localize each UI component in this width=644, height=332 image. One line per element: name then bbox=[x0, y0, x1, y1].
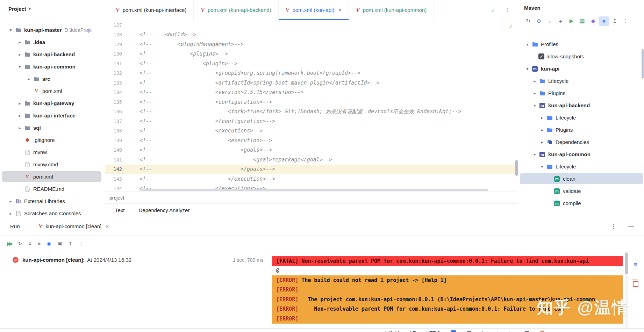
chevron-right-icon[interactable]: ▸ bbox=[538, 128, 546, 132]
tree-item-kun-api[interactable]: ▾mkun-api bbox=[519, 63, 644, 75]
chevron-down-icon[interactable]: ▾ bbox=[531, 152, 538, 157]
tree-item-.gitignore[interactable]: .gitignore bbox=[0, 134, 105, 146]
maven-scrollbar[interactable] bbox=[642, 49, 644, 79]
clear-console-icon[interactable] bbox=[633, 281, 638, 287]
add-maven-project-icon[interactable]: + bbox=[555, 16, 566, 26]
tree-item-compile[interactable]: mcompile bbox=[519, 197, 644, 209]
code-line[interactable]: 141<!-- <goal>repackage</goal>--> bbox=[105, 155, 518, 165]
editor-bottom-tab-text[interactable]: Text bbox=[115, 207, 125, 213]
code-line[interactable]: 128<!-- <build>--> bbox=[105, 30, 518, 40]
code-line[interactable]: 127 bbox=[105, 20, 518, 30]
tree-item-pom.xml[interactable]: Vpom.xml bbox=[0, 171, 105, 183]
close-tab-icon[interactable]: × bbox=[106, 223, 109, 229]
console-line[interactable]: [ERROR] The build could not read 1 proje… bbox=[272, 275, 623, 285]
code-line[interactable]: 129<!-- <pluginManagement>--> bbox=[105, 39, 518, 49]
dependency-analyzer-icon[interactable]: ◆ bbox=[588, 16, 599, 26]
tree-item-kun-api-common[interactable]: ▾mkun-api-common bbox=[519, 148, 644, 160]
resume-icon[interactable]: ▶▶ bbox=[7, 241, 12, 246]
git-branch[interactable]: kun-api-master bbox=[482, 330, 514, 332]
console-line[interactable]: @ bbox=[272, 266, 623, 276]
vertical-scrollbar[interactable] bbox=[515, 160, 518, 176]
tree-item-dependencies[interactable]: ▸Dependencies bbox=[519, 136, 644, 148]
chevron-right-icon[interactable]: ▸ bbox=[538, 115, 546, 120]
execute-maven-goal-icon[interactable]: ▦ bbox=[577, 16, 588, 26]
indicator-icon[interactable] bbox=[525, 331, 529, 332]
project-panel-title[interactable]: Project bbox=[8, 6, 26, 12]
tree-item-lifecycle[interactable]: ▸Lifecycle bbox=[519, 111, 644, 124]
tree-item-kun-api-backend[interactable]: ▾mkun-api-backend bbox=[519, 99, 644, 111]
more-icon[interactable]: ⋮ bbox=[505, 7, 510, 13]
editor-tab[interactable]: Vpom.xml (kun-api-backend) bbox=[194, 0, 278, 20]
rerun-icon[interactable]: ↻ bbox=[18, 241, 22, 246]
tree-item-plugins[interactable]: ▸Plugins bbox=[519, 124, 644, 136]
horizontal-scrollbar[interactable] bbox=[139, 189, 488, 191]
code-line[interactable]: 131<!-- <plugin>--> bbox=[105, 59, 518, 68]
tree-item-kun-api-backend[interactable]: ▸kun-api-backend bbox=[0, 48, 105, 60]
chevron-right-icon[interactable]: ▸ bbox=[7, 199, 14, 204]
toolbox-icon[interactable] bbox=[451, 330, 456, 332]
code-line[interactable]: 138<!-- <executions>--> bbox=[105, 126, 518, 136]
tree-item-clean[interactable]: mclean bbox=[519, 173, 644, 185]
code-line[interactable]: 140<!-- <goals>--> bbox=[105, 145, 518, 155]
tree-item-kun-api-gateway[interactable]: ▸kun-api-gateway bbox=[0, 97, 105, 109]
chevron-right-icon[interactable]: ▸ bbox=[16, 52, 23, 57]
code-editor[interactable]: 127128<!-- <build>-->129<!-- <pluginMana… bbox=[105, 20, 518, 192]
code-line[interactable]: 139<!-- <execution>--> bbox=[105, 136, 518, 145]
code-line[interactable]: 134<!-- <version>2.5.15</version>--> bbox=[105, 88, 518, 98]
tree-item-profiles[interactable]: ▾Profiles bbox=[519, 38, 644, 50]
checkbox[interactable]: ✓ bbox=[538, 53, 544, 59]
more-icon[interactable]: ⋮ bbox=[79, 241, 84, 246]
tree-item-lifecycle[interactable]: ▾Lifecycle bbox=[519, 160, 644, 173]
reload-maven-projects-icon[interactable]: ↻ bbox=[523, 16, 534, 26]
hide-panel-icon[interactable]: — bbox=[628, 223, 634, 230]
caret-position[interactable]: 142:44 bbox=[385, 330, 400, 332]
code-line[interactable]: 133<!-- <artifactId>spring-boot-maven-pl… bbox=[105, 78, 518, 88]
line-separator[interactable]: LF bbox=[410, 330, 416, 332]
maven-profiles-filter-icon[interactable]: ≡ bbox=[599, 16, 609, 26]
code-line[interactable]: 130<!-- <plugins>--> bbox=[105, 49, 518, 59]
editor-tab[interactable]: Vpom.xml (kun-api-interface) bbox=[109, 0, 194, 20]
tree-item-allow-snapshots[interactable]: ✓allow-snapshots bbox=[519, 50, 644, 63]
download-sources-icon[interactable]: ↓ bbox=[544, 16, 555, 26]
chevron-down-icon[interactable]: ▾ bbox=[531, 103, 538, 108]
tree-item-pom.xml[interactable]: Vpom.xml bbox=[0, 85, 105, 97]
chevron-down-icon[interactable]: ▾ bbox=[524, 42, 531, 47]
chevron-right-icon[interactable]: ▸ bbox=[531, 91, 538, 96]
code-line[interactable]: 132<!-- <groupId>org.springframework.boo… bbox=[105, 68, 518, 78]
tree-item-src[interactable]: ▸src bbox=[0, 73, 105, 85]
tree-item-kun-api-common[interactable]: ▾kun-api-common bbox=[0, 60, 105, 73]
chevron-right-icon[interactable]: ▸ bbox=[7, 211, 14, 216]
chevron-down-icon[interactable]: ▾ bbox=[7, 28, 14, 33]
chevron-right-icon[interactable]: ▸ bbox=[16, 125, 23, 130]
tree-item-scratches-and-consoles[interactable]: ▸Scratches and Consoles bbox=[0, 207, 105, 217]
file-encoding[interactable]: UTF-8 bbox=[426, 330, 440, 332]
collapse-all-icon[interactable]: ↥ bbox=[609, 16, 620, 26]
notification-icon[interactable] bbox=[540, 331, 545, 332]
tree-item-validate[interactable]: mvalidate bbox=[519, 185, 644, 197]
tree-item-kun-api-master[interactable]: ▾kun-api-masterD:\IdeaProje bbox=[0, 24, 105, 36]
expand-editor-icon[interactable]: ↔ bbox=[488, 6, 496, 14]
editor-bottom-tab-dependency-analyzer[interactable]: Dependency Analyzer bbox=[139, 207, 190, 213]
tree-item-plugins[interactable]: ▸Plugins bbox=[519, 87, 644, 99]
console-line[interactable]: [ERROR] bbox=[272, 314, 623, 324]
chevron-right-icon[interactable]: ▸ bbox=[16, 101, 23, 106]
more-icon[interactable]: ⋮ bbox=[610, 223, 616, 230]
stop-icon[interactable]: ■ bbox=[37, 241, 40, 246]
code-line[interactable]: 136<!-- <fork>true</fork> &lt;!&ndash; 如… bbox=[105, 107, 518, 117]
chevron-right-icon[interactable]: ▸ bbox=[16, 113, 23, 118]
more-icon[interactable]: ⋮ bbox=[620, 16, 631, 26]
chevron-right-icon[interactable]: ▸ bbox=[16, 40, 23, 45]
soft-wrap-icon[interactable]: ≡ bbox=[634, 261, 638, 268]
editor-tab[interactable]: Vpom.xml (kun-api)× bbox=[279, 0, 349, 20]
chevron-down-icon[interactable]: ▾ bbox=[29, 6, 31, 11]
filter-icon[interactable]: ≡ bbox=[28, 241, 31, 246]
close-tab-icon[interactable]: × bbox=[338, 7, 342, 13]
tree-item-external-libraries[interactable]: ▸External Libraries bbox=[0, 195, 105, 207]
code-line[interactable]: 142<!-- </goals>--> bbox=[105, 165, 518, 174]
tree-item-kun-api-interface[interactable]: ▸kun-api-interface bbox=[0, 109, 105, 122]
chevron-right-icon[interactable]: ▸ bbox=[25, 77, 33, 81]
chevron-down-icon[interactable]: ▾ bbox=[16, 64, 23, 69]
code-line[interactable]: 137<!-- </configuration>--> bbox=[105, 116, 518, 126]
console-line[interactable]: [FATAL] Non-resolvable parent POM for co… bbox=[272, 256, 623, 266]
editor-tab[interactable]: Vpom.xml (kun-api-common) bbox=[349, 0, 434, 20]
